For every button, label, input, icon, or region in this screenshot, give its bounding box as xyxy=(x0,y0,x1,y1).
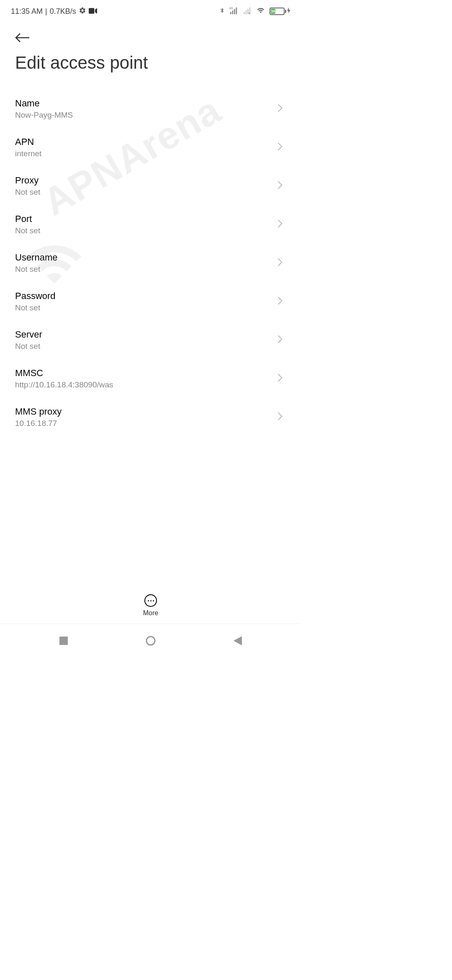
setting-mmsc[interactable]: MMSC http://10.16.18.4:38090/was xyxy=(0,359,301,398)
gear-icon xyxy=(79,7,86,16)
setting-label: MMSC xyxy=(15,368,277,379)
svg-rect-11 xyxy=(59,637,68,645)
nav-home-button[interactable] xyxy=(145,635,156,646)
setting-port[interactable]: Port Not set xyxy=(0,205,301,244)
page-title: Edit access point xyxy=(15,53,286,73)
setting-label: Username xyxy=(15,252,277,263)
chevron-right-icon xyxy=(277,296,286,307)
setting-label: Server xyxy=(15,329,277,340)
settings-list: Name Now-Payg-MMS APN internet Proxy Not… xyxy=(0,90,301,436)
svg-rect-6 xyxy=(244,12,245,14)
chevron-right-icon xyxy=(277,258,286,268)
battery-level: 38 xyxy=(271,9,275,14)
setting-value: http://10.16.18.4:38090/was xyxy=(15,380,277,389)
setting-value: Not set xyxy=(15,188,277,197)
setting-label: Name xyxy=(15,98,277,109)
setting-server[interactable]: Server Not set xyxy=(0,321,301,359)
setting-label: Password xyxy=(15,291,277,302)
setting-label: Port xyxy=(15,214,277,224)
setting-label: APN xyxy=(15,137,277,147)
setting-value: 10.16.18.77 xyxy=(15,419,277,428)
setting-username[interactable]: Username Not set xyxy=(0,244,301,282)
setting-value: internet xyxy=(15,149,277,158)
svg-text:4G: 4G xyxy=(229,7,233,10)
setting-proxy[interactable]: Proxy Not set xyxy=(0,167,301,205)
svg-text:✕: ✕ xyxy=(248,11,251,14)
setting-mms-proxy[interactable]: MMS proxy 10.16.18.77 xyxy=(0,398,301,436)
chevron-right-icon xyxy=(277,103,286,114)
svg-rect-0 xyxy=(89,8,94,13)
setting-value: Not set xyxy=(15,265,277,274)
svg-point-12 xyxy=(146,637,155,645)
setting-label: MMS proxy xyxy=(15,406,277,417)
more-button[interactable]: More xyxy=(0,594,301,624)
setting-password[interactable]: Password Not set xyxy=(0,282,301,321)
battery-indicator: 38 xyxy=(270,8,290,15)
setting-apn[interactable]: APN internet xyxy=(0,128,301,167)
svg-rect-3 xyxy=(232,10,234,14)
camera-icon xyxy=(89,7,97,16)
svg-rect-4 xyxy=(234,9,235,14)
more-label: More xyxy=(143,609,158,617)
chevron-right-icon xyxy=(277,335,286,346)
chevron-right-icon xyxy=(277,373,286,384)
charging-icon xyxy=(287,8,290,15)
nav-recent-button[interactable] xyxy=(59,637,68,645)
status-bar: 11:35 AM | 0.7KB/s 4G ✕ 38 xyxy=(0,0,301,21)
status-data-rate: 0.7KB/s xyxy=(50,7,76,16)
setting-value: Not set xyxy=(15,303,277,312)
chevron-right-icon xyxy=(277,142,286,153)
status-left: 11:35 AM | 0.7KB/s xyxy=(11,7,97,16)
nav-back-button[interactable] xyxy=(234,636,242,645)
chevron-right-icon xyxy=(277,181,286,191)
back-button[interactable] xyxy=(15,29,286,53)
more-icon xyxy=(144,594,157,607)
setting-name[interactable]: Name Now-Payg-MMS xyxy=(0,90,301,128)
svg-rect-5 xyxy=(236,8,237,14)
setting-value: Now-Payg-MMS xyxy=(15,111,277,120)
status-separator: | xyxy=(45,7,47,16)
svg-rect-7 xyxy=(246,10,247,14)
status-time: 11:35 AM xyxy=(11,7,43,16)
signal-none-icon: ✕ xyxy=(243,7,252,16)
chevron-right-icon xyxy=(277,219,286,230)
setting-value: Not set xyxy=(15,342,277,351)
wifi-icon xyxy=(256,7,265,16)
svg-rect-2 xyxy=(230,12,231,14)
nav-bar xyxy=(0,628,301,653)
setting-value: Not set xyxy=(15,226,277,235)
signal-4g-icon: 4G xyxy=(229,7,239,16)
header: Edit access point xyxy=(0,21,301,73)
chevron-right-icon xyxy=(277,412,286,423)
status-right: 4G ✕ 38 xyxy=(219,6,290,16)
bluetooth-icon xyxy=(219,6,225,16)
setting-label: Proxy xyxy=(15,175,277,186)
